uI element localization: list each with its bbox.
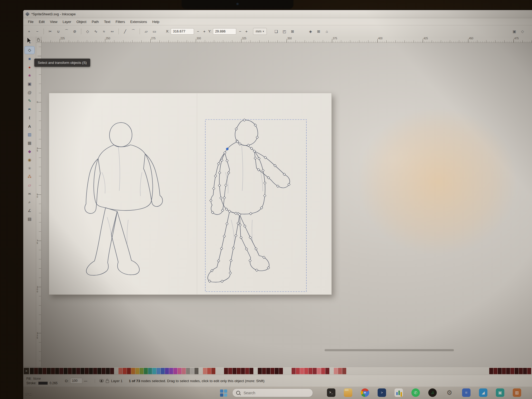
palette-swatch[interactable] — [106, 368, 110, 374]
path-node[interactable] — [255, 269, 258, 272]
symmetric-node-button[interactable]: ≈ — [100, 28, 108, 35]
palette-swatch[interactable] — [498, 368, 502, 374]
object-to-path-button[interactable]: ▱ — [142, 28, 150, 35]
box3d-tool[interactable]: ▣ — [25, 80, 35, 88]
palette-swatch[interactable] — [245, 368, 249, 374]
zoom-drawing-button[interactable]: ⊞ — [315, 28, 322, 35]
calculator-icon[interactable]: ⌗ — [460, 387, 472, 398]
palette-swatch[interactable] — [493, 368, 497, 374]
path-node[interactable] — [221, 209, 224, 212]
start-button[interactable] — [219, 388, 228, 397]
opacity-slider[interactable]: — — [84, 379, 87, 383]
menu-view[interactable]: View — [47, 19, 60, 25]
pencil-tool[interactable]: ✎ — [25, 97, 35, 105]
y-input[interactable] — [213, 28, 236, 35]
palette-swatch[interactable] — [76, 368, 80, 374]
path-node[interactable] — [217, 259, 220, 262]
path-node[interactable] — [221, 159, 223, 162]
stroke-to-path-button[interactable]: ▭ — [151, 28, 158, 35]
delete-segment-button[interactable]: ⊘ — [71, 28, 78, 35]
palette-swatch[interactable] — [241, 368, 245, 374]
horizontal-ruler[interactable]: 225250275300325350375400425450475 — [41, 37, 532, 43]
chrome-icon[interactable] — [359, 387, 371, 398]
palette-swatch[interactable] — [165, 368, 169, 374]
path-node[interactable] — [235, 212, 237, 215]
join-with-segment-button[interactable]: ⌒ — [63, 28, 70, 35]
tweak-tool[interactable]: ✳ — [25, 164, 35, 172]
palette-swatch[interactable] — [64, 368, 68, 374]
taskbar-search[interactable] — [232, 388, 313, 397]
palette-swatch[interactable] — [300, 368, 304, 374]
palette-swatch[interactable] — [178, 368, 182, 374]
palette-swatch[interactable] — [224, 368, 228, 374]
search-input[interactable] — [243, 391, 302, 395]
path-node[interactable] — [243, 119, 246, 121]
palette-swatch[interactable] — [169, 368, 173, 374]
connector-tool[interactable]: ≍ — [25, 190, 35, 198]
lock-icon[interactable] — [37, 39, 40, 41]
vertical-ruler[interactable]: 0255075100125 — [36, 42, 41, 367]
path-node[interactable] — [237, 222, 240, 225]
menu-filters[interactable]: Filters — [113, 19, 127, 25]
palette-swatch[interactable] — [85, 368, 89, 374]
path-node[interactable] — [244, 225, 246, 227]
path-node[interactable] — [263, 194, 266, 197]
palette-swatch[interactable] — [249, 368, 253, 374]
text-tool[interactable]: A — [25, 122, 35, 130]
path-node[interactable] — [235, 128, 238, 130]
right-figure-path[interactable] — [240, 215, 269, 271]
calligraphy-tool[interactable]: ℓ — [25, 114, 35, 122]
palette-swatch[interactable] — [161, 368, 165, 374]
palette-swatch[interactable] — [135, 368, 139, 374]
layer-indicator[interactable]: Layer 1 — [95, 379, 122, 383]
palette-swatch[interactable] — [207, 368, 211, 374]
menu-object[interactable]: Object — [74, 19, 89, 25]
path-node[interactable] — [245, 248, 248, 250]
fill-stroke-indicator[interactable]: Fill: None Stroke: 0.265 — [26, 377, 58, 385]
palette-swatch[interactable] — [110, 368, 114, 374]
palette-swatch[interactable] — [275, 368, 279, 374]
window-titlebar[interactable]: *SpriteSheet3.svg - Inkscape — [23, 10, 532, 18]
palette-swatch[interactable] — [527, 368, 531, 374]
menu-extensions[interactable]: Extensions — [127, 19, 150, 25]
insert-node-button[interactable]: + — [25, 28, 33, 35]
palette-swatch[interactable] — [127, 368, 131, 374]
auto-node-button[interactable]: ∾ — [108, 28, 116, 35]
path-node[interactable] — [263, 256, 265, 259]
palette-swatch[interactable] — [203, 368, 207, 374]
snap-toggle-button[interactable]: ◈ — [307, 28, 314, 35]
measure-tool[interactable]: ∠ — [25, 207, 35, 215]
canvas-area[interactable] — [41, 42, 532, 367]
edit-mask-button[interactable]: ◰ — [281, 28, 288, 35]
terminal-icon[interactable]: >_ — [325, 387, 337, 398]
star-tool[interactable]: ★ — [25, 72, 35, 79]
path-node[interactable] — [223, 235, 226, 238]
delete-node-button[interactable]: − — [34, 28, 41, 35]
palette-swatch[interactable] — [55, 368, 59, 374]
path-node[interactable] — [225, 184, 227, 187]
right-figure-path[interactable] — [211, 153, 230, 215]
right-figure-path[interactable] — [208, 211, 240, 282]
spotify-icon[interactable]: ♫ — [427, 387, 438, 398]
path-node[interactable] — [255, 248, 257, 250]
figure-sketch-line[interactable] — [252, 220, 253, 243]
path-node[interactable] — [229, 272, 232, 274]
palette-swatch[interactable] — [338, 368, 342, 374]
corner-node-button[interactable]: ◇ — [84, 28, 91, 35]
palette-swatch[interactable] — [279, 368, 283, 374]
palette-swatch[interactable] — [313, 368, 317, 374]
figure-sketch-line[interactable] — [140, 172, 142, 196]
menu-file[interactable]: File — [25, 19, 36, 25]
settings-icon[interactable]: ⚙ — [444, 387, 455, 398]
palette-swatch[interactable] — [118, 368, 122, 374]
path-node[interactable] — [226, 159, 228, 162]
file-explorer-icon[interactable] — [342, 387, 354, 398]
path-node[interactable] — [249, 212, 252, 215]
eraser-tool[interactable]: ▱ — [25, 181, 35, 189]
palette-swatch[interactable] — [232, 368, 236, 374]
path-node[interactable] — [218, 172, 221, 174]
palette-swatch[interactable] — [266, 368, 270, 374]
unit-dropdown[interactable]: mm ▾ — [253, 28, 267, 35]
menu-text[interactable]: Text — [101, 19, 113, 25]
bucket-tool[interactable]: ◉ — [25, 156, 35, 164]
